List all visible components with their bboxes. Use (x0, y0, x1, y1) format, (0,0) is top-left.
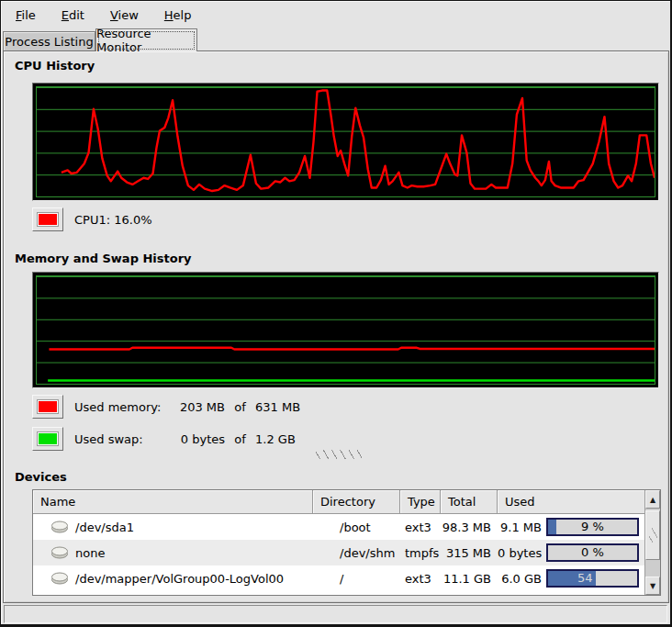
device-directory: / (313, 572, 400, 586)
memory-history-plot (36, 275, 655, 385)
progress-label: 0 % (548, 545, 637, 560)
tab-resource-monitor[interactable]: Resource Monitor (95, 28, 197, 51)
table-row[interactable]: /dev/sda1 /boot ext3 98.3 MB 9.1 MB 9 % (33, 514, 660, 540)
disk-drive-icon (50, 521, 69, 533)
tab-process-listing-label: Process Listing (5, 35, 93, 49)
scrollbar-grip-icon (649, 528, 657, 543)
tab-focus-ring (99, 32, 194, 49)
swap-used-value: 0 bytes (166, 432, 225, 446)
memory-used-value: 203 MB (166, 400, 225, 414)
column-header-directory[interactable]: Directory (313, 490, 400, 514)
disk-drive-icon (50, 572, 69, 585)
swap-of-text: of (225, 432, 255, 446)
device-type: ext3 (400, 521, 441, 534)
scrollbar-thumb[interactable] (645, 510, 660, 560)
column-header-total[interactable]: Total (441, 490, 498, 514)
pane-resize-handle-icon[interactable] (316, 450, 362, 459)
device-total: 315 MB (441, 546, 498, 560)
memory-legend-row: Used memory: 203 MB of 631 MB (32, 395, 300, 419)
device-used-progressbar: 9 % (546, 518, 639, 536)
cpu-history-graph (32, 83, 659, 201)
status-bar (4, 605, 667, 623)
cpu-legend-label: CPU1: 16.0% (74, 213, 152, 227)
memory-history-title: Memory and Swap History (15, 252, 192, 265)
menu-file[interactable]: File (6, 6, 45, 25)
memory-history-graph (32, 272, 659, 388)
device-used: 9.1 MB (498, 521, 542, 534)
progress-label: 9 % (548, 520, 637, 534)
scroll-down-icon[interactable]: ▼ (645, 577, 660, 595)
menu-edit[interactable]: Edit (52, 6, 94, 25)
device-type: tmpfs (400, 546, 441, 560)
device-used-progressbar: 54 % (546, 569, 639, 588)
cpu-color-button[interactable] (32, 207, 63, 231)
menu-view[interactable]: View (101, 6, 148, 25)
progress-label: 54 % (548, 571, 637, 586)
table-row[interactable]: /dev/mapper/VolGroup00-LogVol00 / ext3 1… (33, 565, 660, 591)
disk-drive-icon (50, 546, 69, 559)
swap-color-button[interactable] (32, 427, 63, 451)
cpu-color-swatch (38, 213, 58, 226)
swap-legend-row: Used swap: 0 bytes of 1.2 GB (32, 427, 296, 451)
device-used-progressbar: 0 % (546, 543, 639, 562)
column-header-used[interactable]: Used (498, 490, 646, 514)
column-header-type[interactable]: Type (400, 490, 441, 514)
devices-table: Name Directory Type Total Used /dev/sda1… (32, 489, 661, 596)
device-total: 11.1 GB (441, 572, 498, 586)
memory-total-value: 631 MB (255, 400, 300, 414)
system-monitor-window: File Edit View Help Process Listing Reso… (0, 0, 672, 627)
device-type: ext3 (400, 572, 441, 586)
device-directory: /boot (313, 521, 400, 534)
device-total: 98.3 MB (441, 521, 498, 534)
cpu-history-title: CPU History (15, 59, 95, 73)
device-name: /dev/mapper/VolGroup00-LogVol00 (75, 572, 284, 586)
scroll-up-icon[interactable]: ▲ (645, 490, 660, 509)
device-used: 0 bytes (498, 546, 542, 560)
device-used: 6.0 GB (498, 572, 542, 586)
device-name: none (75, 546, 105, 560)
menu-help[interactable]: Help (155, 6, 201, 25)
memory-color-swatch (38, 400, 58, 413)
device-name: /dev/sda1 (75, 521, 134, 534)
table-row[interactable]: none /dev/shm tmpfs 315 MB 0 bytes 0 % (33, 540, 660, 565)
swap-color-swatch (38, 432, 58, 445)
vertical-scrollbar[interactable]: ▲ ▼ (644, 490, 660, 595)
column-header-name[interactable]: Name (33, 490, 313, 514)
tab-process-listing[interactable]: Process Listing (3, 31, 95, 51)
cpu-history-plot (36, 86, 655, 197)
memory-of-text: of (225, 400, 255, 414)
cpu-legend-row: CPU1: 16.0% (32, 207, 152, 231)
memory-color-button[interactable] (32, 395, 63, 419)
menubar: File Edit View Help (3, 3, 667, 27)
device-directory: /dev/shm (313, 546, 400, 560)
swap-legend-label: Used swap: (74, 432, 166, 446)
memory-legend-label: Used memory: (74, 400, 166, 414)
resource-monitor-panel: CPU History CPU1: 16.0% Memory and Swap … (3, 50, 669, 603)
devices-table-header: Name Directory Type Total Used (33, 490, 660, 514)
swap-total-value: 1.2 GB (255, 432, 296, 446)
devices-title: Devices (15, 470, 67, 484)
